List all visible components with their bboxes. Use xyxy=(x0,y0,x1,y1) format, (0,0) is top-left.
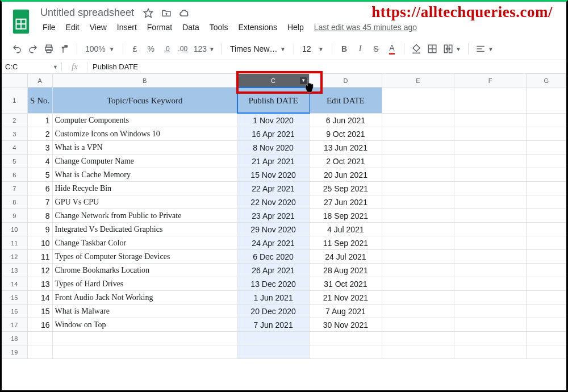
cell[interactable] xyxy=(382,155,454,168)
cell[interactable]: Hide Recycle Bin xyxy=(53,182,237,195)
row-header[interactable]: 4 xyxy=(2,141,28,154)
cell[interactable] xyxy=(454,345,527,358)
cell[interactable]: 6 Dec 2020 xyxy=(237,250,310,263)
cell[interactable] xyxy=(454,236,527,249)
cell[interactable]: 31 Oct 2021 xyxy=(310,277,382,290)
cell[interactable] xyxy=(382,182,454,195)
cell[interactable]: 13 Jun 2021 xyxy=(310,141,382,154)
percent-button[interactable]: % xyxy=(144,41,158,56)
cell[interactable] xyxy=(454,182,527,195)
cell[interactable]: 28 Aug 2021 xyxy=(310,264,382,277)
print-button[interactable] xyxy=(41,41,56,56)
decrease-decimal-button[interactable]: .0 xyxy=(160,41,174,56)
cell[interactable]: 1 xyxy=(28,114,53,127)
cell[interactable]: 10 xyxy=(28,236,53,249)
cell[interactable] xyxy=(527,195,566,208)
cell[interactable] xyxy=(527,114,566,127)
cell[interactable] xyxy=(237,345,310,358)
cell[interactable]: 15 xyxy=(28,305,53,318)
undo-button[interactable] xyxy=(10,41,24,56)
cell[interactable] xyxy=(382,332,454,345)
cell[interactable] xyxy=(310,332,382,345)
cell[interactable] xyxy=(53,345,237,358)
row-header[interactable]: 13 xyxy=(2,264,28,277)
currency-button[interactable]: £ xyxy=(128,41,143,56)
menu-edit[interactable]: Edit xyxy=(61,20,84,34)
cell[interactable]: 20 Dec 2020 xyxy=(237,305,310,318)
cell[interactable] xyxy=(527,332,566,345)
cell[interactable] xyxy=(382,236,454,249)
cell[interactable] xyxy=(454,291,527,304)
cell[interactable] xyxy=(382,305,454,318)
cell[interactable]: Window on Top xyxy=(53,318,237,331)
row-header[interactable]: 7 xyxy=(2,182,28,195)
cell[interactable]: 30 Nov 2021 xyxy=(310,318,382,331)
cell[interactable]: 6 Jun 2021 xyxy=(310,114,382,127)
row-header[interactable]: 2 xyxy=(2,114,28,127)
paint-format-button[interactable] xyxy=(57,41,72,56)
cell[interactable] xyxy=(454,332,527,345)
cell[interactable] xyxy=(28,332,53,345)
cell[interactable] xyxy=(454,195,527,208)
cell[interactable]: Change Taskbar Color xyxy=(53,236,237,249)
cell[interactable] xyxy=(527,250,566,263)
cell[interactable]: 22 Nov 2020 xyxy=(237,195,310,208)
text-color-button[interactable]: A xyxy=(385,41,399,56)
cell[interactable]: 7 Aug 2021 xyxy=(310,305,382,318)
row-header[interactable]: 12 xyxy=(2,250,28,263)
zoom-dropdown[interactable]: 100%▼ xyxy=(82,44,118,53)
cloud-status-icon[interactable] xyxy=(178,7,191,19)
cell[interactable]: Customize Icons on Windows 10 xyxy=(53,127,237,140)
cell[interactable]: 21 Nov 2021 xyxy=(310,291,382,304)
cell[interactable]: 3 xyxy=(28,141,53,154)
cell[interactable]: 21 Apr 2021 xyxy=(237,155,310,168)
cell[interactable]: 20 Jun 2021 xyxy=(310,168,382,181)
row-header[interactable]: 10 xyxy=(2,223,28,236)
row-header[interactable]: 1 xyxy=(2,87,28,113)
row-header[interactable]: 19 xyxy=(2,345,28,358)
cell[interactable]: 12 xyxy=(28,264,53,277)
cell[interactable]: 13 xyxy=(28,277,53,290)
cell[interactable]: GPU Vs CPU xyxy=(53,195,237,208)
cell[interactable]: Change Network from Public to Private xyxy=(53,209,237,222)
cell[interactable] xyxy=(454,264,527,277)
cell[interactable]: Types of Hard Drives xyxy=(53,277,237,290)
row-header[interactable]: 8 xyxy=(2,195,28,208)
cell[interactable]: What is Malware xyxy=(53,305,237,318)
cell[interactable] xyxy=(53,332,237,345)
cell[interactable] xyxy=(454,277,527,290)
font-dropdown[interactable]: Times New…▼ xyxy=(227,44,289,53)
cell[interactable] xyxy=(527,168,566,181)
cell[interactable]: 6 xyxy=(28,182,53,195)
column-header-c[interactable]: C▼ xyxy=(237,74,310,87)
cell[interactable] xyxy=(382,291,454,304)
cell[interactable]: 13 Dec 2020 xyxy=(237,277,310,290)
cell[interactable]: 5 xyxy=(28,168,53,181)
cell[interactable] xyxy=(527,141,566,154)
horizontal-align-button[interactable]: ▼ xyxy=(473,41,496,56)
cell[interactable] xyxy=(527,236,566,249)
row-header[interactable]: 3 xyxy=(2,127,28,140)
cell[interactable] xyxy=(454,209,527,222)
cell[interactable] xyxy=(527,291,566,304)
fill-color-button[interactable] xyxy=(409,41,424,56)
cell[interactable]: What is a VPN xyxy=(53,141,237,154)
cell[interactable] xyxy=(382,195,454,208)
cell[interactable]: 7 Jun 2021 xyxy=(237,318,310,331)
cell[interactable]: 27 Jun 2021 xyxy=(310,195,382,208)
cell[interactable]: 15 Nov 2020 xyxy=(237,168,310,181)
cell[interactable]: 22 Apr 2021 xyxy=(237,182,310,195)
column-header-a[interactable]: A xyxy=(28,74,53,87)
menu-extensions[interactable]: Extensions xyxy=(233,20,281,34)
row-header[interactable]: 16 xyxy=(2,305,28,318)
cell[interactable] xyxy=(527,182,566,195)
row-header[interactable]: 14 xyxy=(2,277,28,290)
cell[interactable]: Types of Computer Storage Devices xyxy=(53,250,237,263)
cell[interactable] xyxy=(527,155,566,168)
cell[interactable] xyxy=(527,264,566,277)
cell[interactable] xyxy=(382,127,454,140)
number-format-dropdown[interactable]: 123▼ xyxy=(191,41,217,56)
cell[interactable]: Integrated Vs Dedicated Graphics xyxy=(53,223,237,236)
menu-tools[interactable]: Tools xyxy=(205,20,233,34)
borders-button[interactable] xyxy=(425,41,440,56)
